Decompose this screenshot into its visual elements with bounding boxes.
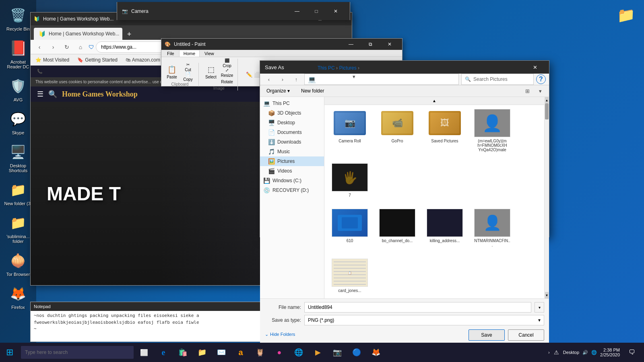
savetype-dropdown[interactable]: PNG (*.png) ▾: [304, 315, 544, 325]
dialog-scrollbar[interactable]: ▲ ▼: [544, 97, 549, 298]
notification-btn[interactable]: 🗨: [623, 343, 641, 361]
start-btn[interactable]: ⊞: [0, 343, 19, 362]
select-btn[interactable]: ⬚ Select: [204, 65, 218, 79]
gw-menu-icon[interactable]: ☰: [37, 90, 43, 99]
scroll-up-btn[interactable]: ▲: [324, 97, 544, 105]
file-item-camera-roll[interactable]: 📷 Camera Roll: [329, 107, 370, 154]
sidebar-videos[interactable]: 🎬 Videos: [260, 166, 324, 176]
file-item-card[interactable]: 📋 card_jones...: [329, 256, 370, 295]
rotate-btn[interactable]: Rotate: [220, 78, 234, 85]
browser-tab-active[interactable]: 🔰 Home | Games Workshop Web... ✕: [34, 28, 122, 40]
copy-btn[interactable]: 📄 Copy: [181, 72, 195, 81]
taskbar-search-input[interactable]: [21, 346, 134, 359]
dialog-forward-btn[interactable]: ›: [277, 74, 288, 85]
forward-btn[interactable]: ›: [47, 41, 59, 53]
breadcrumb-dropdown-btn[interactable]: ▾: [348, 71, 359, 82]
taskbar-edge-btn[interactable]: e: [155, 343, 172, 361]
icon-subliminal[interactable]: 📁 'sublimina... folder: [2, 212, 34, 245]
dialog-up-btn[interactable]: ↑: [291, 74, 302, 85]
home-btn[interactable]: ⌂: [75, 41, 86, 53]
breadcrumb-this-pc[interactable]: This PC: [318, 65, 335, 71]
tray-warning-icon[interactable]: ⚠: [553, 348, 560, 356]
file-item-7[interactable]: 🖐️ 7: [329, 161, 370, 200]
icon-desktop-shortcuts[interactable]: 🖥️ Desktop Shortcuts: [2, 141, 34, 175]
taskbar-mail-btn[interactable]: ✉️: [213, 343, 230, 361]
crop-btn[interactable]: ⬛ Crop: [220, 59, 234, 68]
icon-firefox[interactable]: 🦊 Firefox: [2, 282, 34, 311]
camera-maximize-btn[interactable]: □: [307, 5, 326, 18]
organize-btn[interactable]: Organize ▾: [263, 86, 293, 95]
taskbar-app2-btn[interactable]: 🔵: [348, 343, 365, 361]
help-btn[interactable]: ?: [536, 74, 546, 84]
paint-tab-file[interactable]: File: [163, 50, 178, 57]
cut-btn[interactable]: ✂ Cut: [181, 63, 195, 72]
taskbar-clock[interactable]: 2:38 PM 2/25/2020: [600, 348, 620, 357]
bookmark-most-visited[interactable]: ⭐ Most Visited: [34, 56, 71, 64]
back-btn[interactable]: ‹: [34, 41, 45, 53]
gw-search-icon[interactable]: 🔍: [48, 90, 57, 99]
scroll-thumb[interactable]: [545, 103, 549, 119]
icon-new-folder[interactable]: 📁 New folder (3): [2, 179, 34, 208]
filename-input[interactable]: [304, 302, 531, 313]
taskbar-camera-btn[interactable]: 📷: [328, 343, 346, 361]
dialog-close-btn[interactable]: ✕: [526, 61, 544, 74]
taskbar-tripadvisor-btn[interactable]: 🦉: [251, 343, 269, 361]
save-button[interactable]: Save: [469, 329, 505, 341]
sidebar-desktop[interactable]: 🖥️ Desktop: [260, 118, 324, 128]
scroll-down-arrow[interactable]: ▼: [545, 292, 549, 298]
icon-recycle-bin[interactable]: 🗑️ Recycle Bin: [2, 4, 34, 33]
view-dropdown-btn[interactable]: ▾: [535, 85, 546, 97]
file-item-profile[interactable]: 👤 (m=ewlLG0y)(m h=FMNOM0cXH YnQa42O)male: [472, 107, 513, 154]
scroll-up-arrow[interactable]: ▲: [545, 97, 549, 103]
sidebar-documents[interactable]: 📄 Documents: [260, 128, 324, 137]
sidebar-downloads[interactable]: ⬇️ Downloads: [260, 137, 324, 147]
icon-tor-browser[interactable]: 🧅 Tor Browser: [2, 249, 34, 278]
paint-tab-home[interactable]: Home: [179, 50, 200, 57]
sidebar-recovery-d[interactable]: 💿 RECOVERY (D:): [260, 185, 324, 195]
taskbar-store-btn[interactable]: 🛍️: [174, 343, 192, 361]
breadcrumb-pictures[interactable]: Pictures: [339, 65, 356, 71]
paint-minimize-btn[interactable]: —: [342, 38, 360, 51]
filename-dropdown-btn[interactable]: ▾: [535, 302, 544, 313]
icon-right-folder[interactable]: 📁: [610, 4, 642, 27]
taskbar-firefox2-btn[interactable]: 🦊: [367, 343, 385, 361]
file-item-ntmarin[interactable]: 👤 NTMARINMACFIN...: [472, 206, 513, 250]
search-box[interactable]: 🔍 Search Pictures: [461, 74, 534, 85]
network-icon[interactable]: 🌐: [591, 350, 597, 355]
taskbar-osu-btn[interactable]: ●: [270, 343, 288, 361]
taskbar-amazon-btn[interactable]: a: [232, 343, 250, 361]
resize-btn[interactable]: ⤢ Resize: [220, 68, 234, 77]
sidebar-music[interactable]: 🎵 Music: [260, 147, 324, 156]
sidebar-this-pc[interactable]: 💻 This PC: [260, 99, 324, 108]
icon-acrobat[interactable]: 📕 Acrobat Reader DC: [2, 37, 34, 71]
new-tab-btn[interactable]: +: [123, 29, 135, 40]
file-item-gopro[interactable]: 📹 GoPro: [377, 107, 418, 154]
sidebar-pictures[interactable]: 🖼️ Pictures: [260, 156, 324, 166]
taskbar-explorer-btn[interactable]: 📁: [193, 343, 211, 361]
file-item-610[interactable]: 610: [329, 206, 370, 250]
camera-close-btn[interactable]: ✕: [326, 5, 345, 18]
dialog-back-btn[interactable]: ‹: [263, 74, 275, 85]
bookmark-getting-started[interactable]: 🔖 Getting Started: [76, 56, 119, 64]
paint-close-btn[interactable]: ✕: [380, 38, 399, 51]
hide-folders-btn[interactable]: ⌄ Hide Folders: [265, 332, 295, 337]
paint-tab-view[interactable]: View: [200, 50, 218, 57]
paste-btn[interactable]: 📋 Paste: [165, 65, 179, 79]
chevron-tray-icon[interactable]: ›: [548, 350, 550, 355]
taskbar-winamp-btn[interactable]: ▶: [309, 343, 327, 361]
cancel-button[interactable]: Cancel: [508, 329, 544, 341]
file-item-channel[interactable]: bo_channel_do...: [377, 206, 418, 250]
file-item-killing[interactable]: killing_address...: [424, 206, 465, 250]
file-item-saved-pictures[interactable]: 🖼 Saved Pictures: [424, 107, 465, 154]
view-icon-btn[interactable]: ⊞: [522, 85, 533, 97]
new-folder-btn[interactable]: New folder: [296, 86, 329, 95]
sidebar-3d-objects[interactable]: 📦 3D Objects: [260, 108, 324, 118]
camera-minimize-btn[interactable]: —: [288, 5, 306, 18]
task-view-btn[interactable]: ⬜: [135, 343, 153, 361]
paint-restore-btn[interactable]: ⧉: [361, 38, 380, 51]
taskbar-browser2-btn[interactable]: 🌐: [290, 343, 308, 361]
speaker-icon[interactable]: 🔊: [582, 350, 588, 355]
reload-btn[interactable]: ↻: [61, 41, 72, 53]
icon-avg[interactable]: 🛡️ AVG: [2, 75, 34, 104]
icon-skype[interactable]: 💬 Skype: [2, 108, 34, 137]
